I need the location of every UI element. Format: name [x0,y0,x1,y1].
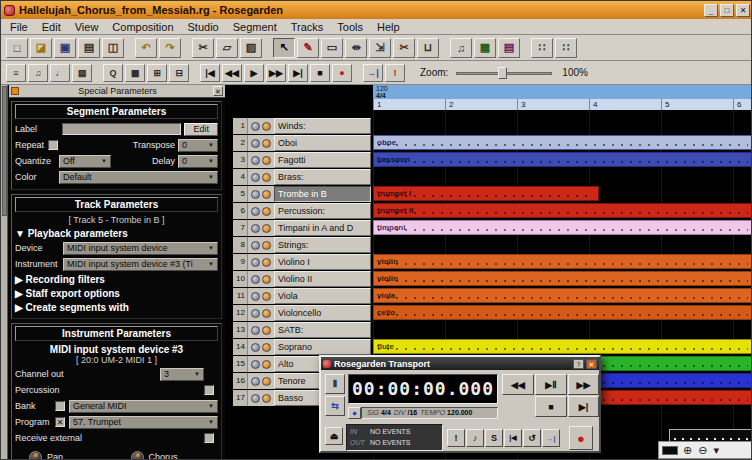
stop-button[interactable]: ■ [535,396,567,417]
segment-timpani[interactable]: timpani [373,220,752,235]
segment-flute[interactable]: flute [373,339,752,354]
mute-led[interactable] [251,377,260,386]
mute-led[interactable] [251,394,260,403]
track-name[interactable]: Viola [274,288,371,304]
import-icon[interactable]: ◫ [102,38,124,58]
record-arm-led[interactable] [262,224,271,233]
move-tool-icon[interactable]: ⇹ [345,38,367,58]
menu-item[interactable]: Tools [330,20,370,34]
to-end-button[interactable]: ▶| [568,396,599,417]
track-name[interactable]: Oboi [274,135,371,151]
paste-icon[interactable]: ▨ [240,38,262,58]
create-segments-header[interactable]: ▶ Create segments with [15,302,218,313]
cut-icon[interactable]: ✂ [192,38,214,58]
track-name[interactable]: Violino I [274,254,371,270]
record-arm-led[interactable] [262,241,271,250]
stop-icon[interactable]: ■ [310,64,330,82]
event-filter-icon[interactable]: ▤ [72,64,92,82]
segment-trumpet-2[interactable]: trumpet II [373,203,752,218]
device-select[interactable]: MIDI input system device [63,242,218,255]
track-row[interactable]: 3 Fagotti [233,152,371,169]
menu-item[interactable]: Edit [35,20,68,34]
metronome-button[interactable]: ♪ [466,429,484,447]
resize-tool-icon[interactable]: ⇲ [369,38,391,58]
redo-icon[interactable]: ↷ [159,38,181,58]
play-icon[interactable]: ▶ [244,64,264,82]
track-row[interactable]: 5 Trombe in B [233,186,371,203]
zoom-in-icon[interactable]: ⊕ [683,445,692,456]
solo-button[interactable]: S [485,429,503,447]
playback-parameters-header[interactable]: ▼ Playback parameters [15,228,218,239]
menu-item[interactable]: Tracks [284,20,331,34]
mute-led[interactable] [251,326,260,335]
fast-forward-button[interactable]: ▶▶ [568,374,599,395]
eject-button[interactable]: ⏏ [325,427,343,445]
recording-filters-header[interactable]: ▶ Recording filters [15,274,218,285]
track-row[interactable]: 10 Violino II [233,271,371,288]
track-name[interactable]: Strings: [274,237,371,253]
knob-dial[interactable] [29,451,42,460]
pause-button[interactable]: Ⅱ [325,374,345,394]
zoom-dropdown-icon[interactable]: ▾ [713,445,719,456]
track-name[interactable]: Percussion: [274,203,371,219]
transport-help-button[interactable]: ? [573,359,584,369]
repeat-checkbox[interactable] [48,140,58,150]
chorus-knob[interactable]: Chorus [117,448,219,460]
panel-scrollbar[interactable] [1,85,8,460]
segment-violin-2[interactable]: violin [373,271,752,286]
knob-dial[interactable] [131,451,144,460]
channel-out-select[interactable]: 3 [160,368,204,381]
bank-select[interactable]: General MIDI [69,400,218,413]
segment-trumpet-1[interactable]: trumpet I [373,186,599,201]
bank-checkbox[interactable] [55,401,65,411]
record-arm-led[interactable] [262,275,271,284]
segment-label-input[interactable] [62,123,181,135]
play-button[interactable]: ▶Ⅱ [535,374,567,395]
track-row[interactable]: 12 Violoncello [233,305,371,322]
mute-led[interactable] [251,292,260,301]
track-row[interactable]: 8 Strings: [233,237,371,254]
instrument-select[interactable]: MIDI input system device #3 (Ti [63,258,218,271]
record-arm-led[interactable] [262,207,271,216]
menu-item[interactable]: View [68,20,106,34]
loop-mode-button[interactable]: ↺ [523,429,541,447]
track-row[interactable]: 14 Soprano [233,339,371,356]
remove-track-icon[interactable]: ⊟ [169,64,189,82]
mute-led[interactable] [251,241,260,250]
dot-toggle-icon-2[interactable]: ∷ [555,38,577,58]
record-arm-led[interactable] [262,326,271,335]
save-icon[interactable]: ▣ [54,38,76,58]
rewind-button[interactable]: ◀◀ [502,374,534,395]
record-arm-led[interactable] [262,377,271,386]
track-name[interactable]: Fagotti [274,152,371,168]
fast-forward-icon[interactable]: ▶▶ [266,64,286,82]
record-icon[interactable]: ● [332,64,352,82]
notation-editor-icon[interactable]: ♫ [450,38,472,58]
track-name[interactable]: Soprano [274,339,371,355]
menu-item[interactable]: Studio [181,20,226,34]
minimize-button[interactable]: _ [704,4,718,17]
transport-window[interactable]: Rosegarden Transport ? ✕ Ⅱ ⇆ 00:00:00.00… [319,355,601,453]
mute-led[interactable] [251,207,260,216]
mute-led[interactable] [251,275,260,284]
mute-led[interactable] [251,309,260,318]
panel-header[interactable]: Special Parameters ✕ [9,85,225,98]
mute-led[interactable] [251,343,260,352]
record-arm-led[interactable] [262,258,271,267]
add-track-icon[interactable]: ⊞ [147,64,167,82]
segment-oboe[interactable]: oboe [373,135,752,150]
window-titlebar[interactable]: Hallelujah_Chorus_from_Messiah.rg - Rose… [1,1,752,19]
manage-tracks-icon[interactable]: ≡ [6,64,26,82]
print-icon[interactable]: ▤ [78,38,100,58]
track-row[interactable]: 11 Viola [233,288,371,305]
segment-bassoon[interactable]: bassoon [373,152,752,167]
transport-close-button[interactable]: ✕ [586,359,597,369]
track-row[interactable]: 6 Percussion: [233,203,371,220]
record-arm-led[interactable] [262,122,271,131]
rewind-to-start-icon[interactable]: |◀ [200,64,220,82]
maximize-button[interactable]: □ [720,4,734,17]
open-file-icon[interactable]: ◪ [30,38,52,58]
event-list-icon[interactable]: ▤ [498,38,520,58]
record-arm-led[interactable] [262,190,271,199]
grid-icon[interactable]: ▦ [125,64,145,82]
